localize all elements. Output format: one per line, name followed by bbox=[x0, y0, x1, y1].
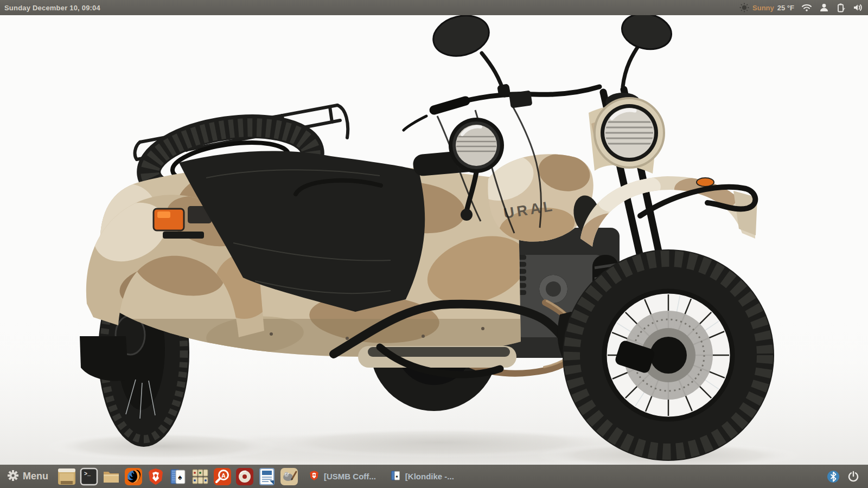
launcher-file-manager[interactable] bbox=[101, 467, 121, 486]
klondike-card-icon: ♠ bbox=[390, 470, 401, 483]
brave-icon bbox=[309, 470, 320, 483]
taskbar-item-klondike-window[interactable]: ♠ [Klondike -... bbox=[390, 470, 454, 483]
taskbar-item-title: [Klondike -... bbox=[405, 472, 454, 481]
volume-icon[interactable] bbox=[853, 3, 864, 12]
top-panel: Sunday December 10, 09:04 Sunny 25 °F bbox=[0, 0, 868, 15]
menu-label: Menu bbox=[23, 471, 48, 482]
desktop-wallpaper: Gear-Up bbox=[0, 15, 868, 465]
menu-gear-icon bbox=[7, 469, 20, 484]
battery-charging-icon[interactable] bbox=[836, 3, 846, 12]
taskbar: [USMB Coff... ♠ [Klondike -... bbox=[309, 470, 454, 483]
launcher-solitaire-cards[interactable]: ♠ bbox=[168, 467, 188, 486]
launcher-brave[interactable] bbox=[146, 467, 165, 486]
bottom-panel: Menu >_ bbox=[0, 465, 868, 488]
clock[interactable]: Sunday December 10, 09:04 bbox=[4, 4, 100, 12]
weather-condition: Sunny bbox=[752, 4, 774, 12]
user-icon[interactable] bbox=[819, 3, 829, 12]
bottom-panel-tray bbox=[827, 470, 863, 483]
top-panel-tray: Sunny 25 °F bbox=[739, 3, 864, 12]
wifi-icon[interactable] bbox=[801, 3, 812, 12]
weather-applet[interactable]: Sunny 25 °F bbox=[739, 3, 794, 12]
taskbar-item-brave-window[interactable]: [USMB Coff... bbox=[309, 470, 376, 483]
launcher-gimp[interactable] bbox=[279, 467, 299, 486]
svg-text:>_: >_ bbox=[84, 471, 91, 477]
launcher-strip: >_ bbox=[57, 467, 299, 486]
launcher-mahjongg[interactable] bbox=[190, 467, 210, 486]
svg-text:A: A bbox=[221, 472, 226, 479]
launcher-search-tool[interactable]: A bbox=[213, 467, 232, 486]
menu-button[interactable]: Menu bbox=[5, 465, 53, 488]
taskbar-item-title: [USMB Coff... bbox=[324, 472, 376, 481]
weather-sun-icon bbox=[739, 3, 749, 12]
launcher-libreoffice-writer[interactable] bbox=[257, 467, 277, 486]
svg-text:♠: ♠ bbox=[395, 474, 398, 479]
launcher-terminal[interactable]: >_ bbox=[79, 467, 99, 486]
bluetooth-icon[interactable] bbox=[827, 470, 840, 483]
weather-temperature: 25 °F bbox=[777, 4, 794, 12]
launcher-show-desktop[interactable] bbox=[57, 467, 76, 486]
motorcycle-wallpaper-art: Gear-Up bbox=[0, 15, 868, 465]
launcher-firefox[interactable] bbox=[124, 467, 143, 486]
power-icon[interactable] bbox=[847, 471, 859, 483]
svg-text:♠: ♠ bbox=[178, 473, 182, 481]
launcher-media-player[interactable] bbox=[235, 467, 254, 486]
